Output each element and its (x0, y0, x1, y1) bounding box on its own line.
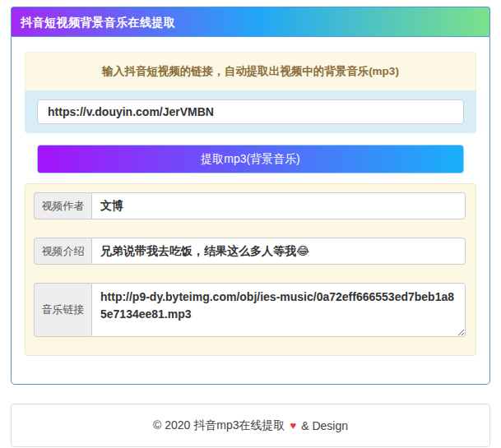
copyright-text: © 2020 抖音mp3在线提取 (153, 418, 285, 433)
music-link-label: 音乐链接 (34, 283, 91, 337)
app-header: 抖音短视频背景音乐在线提取 (11, 7, 490, 36)
music-link-textarea[interactable]: http://p9-dy.byteimg.com/obj/ies-music/0… (91, 283, 466, 337)
description-label: 视频介绍 (34, 238, 91, 265)
description-row: 视频介绍 (34, 238, 466, 265)
results-box: 视频作者 视频介绍 音乐链接 http://p9-dy.byteimg.com/… (25, 183, 476, 356)
extract-mp3-button[interactable]: 提取mp3(背景音乐) (37, 145, 464, 173)
video-url-input[interactable] (37, 99, 464, 124)
panel-body: 输入抖音短视频的链接，自动提取出视频中的背景音乐(mp3) 提取mp3(背景音乐… (12, 37, 489, 384)
url-strip (25, 90, 476, 133)
author-row: 视频作者 (34, 192, 466, 219)
design-credit-text: & Design (301, 419, 348, 432)
heart-icon: ♥ (290, 419, 296, 432)
author-label: 视频作者 (34, 192, 91, 219)
description-value-input[interactable] (91, 238, 466, 265)
main-panel: 输入抖音短视频的链接，自动提取出视频中的背景音乐(mp3) 提取mp3(背景音乐… (11, 36, 490, 385)
footer: © 2020 抖音mp3在线提取 ♥ & Design (11, 404, 490, 447)
page: 抖音短视频背景音乐在线提取 输入抖音短视频的链接，自动提取出视频中的背景音乐(m… (0, 0, 501, 447)
instruction-banner: 输入抖音短视频的链接，自动提取出视频中的背景音乐(mp3) (25, 52, 476, 90)
music-link-row: 音乐链接 http://p9-dy.byteimg.com/obj/ies-mu… (34, 283, 466, 337)
page-title: 抖音短视频背景音乐在线提取 (21, 16, 176, 29)
author-value-input[interactable] (91, 192, 466, 219)
button-row: 提取mp3(背景音乐) (37, 145, 464, 173)
